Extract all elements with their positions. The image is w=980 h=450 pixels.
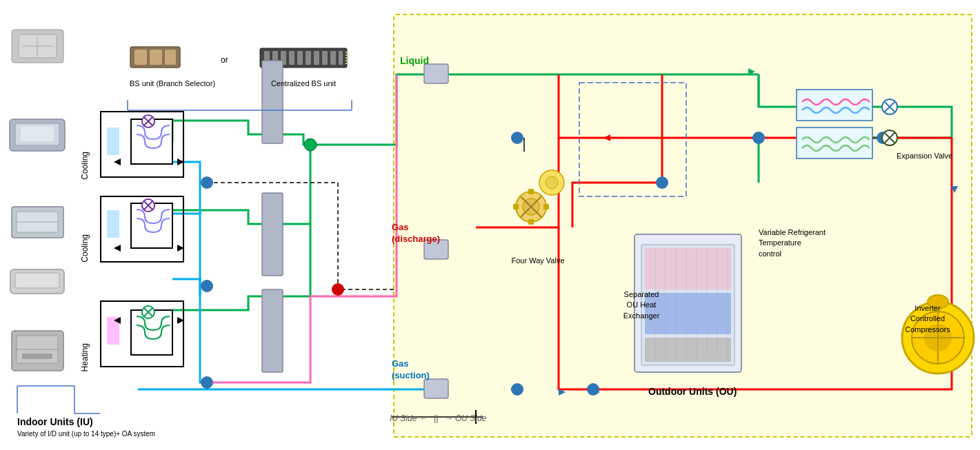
- svg-rect-47: [262, 289, 283, 372]
- liquid-label: Liquid: [400, 55, 429, 66]
- diagram-container: BS unit (Branch Selector) or Centralized…: [0, 0, 980, 450]
- svg-rect-39: [107, 210, 119, 238]
- svg-rect-93: [645, 338, 731, 362]
- cooling1-label: Cooling: [80, 152, 90, 180]
- gas-suction-label: Gas(suction): [392, 358, 430, 382]
- svg-point-61: [201, 280, 213, 292]
- svg-marker-112: [114, 158, 121, 165]
- svg-point-62: [201, 376, 213, 389]
- svg-point-88: [546, 176, 558, 189]
- heating-label: Heating: [80, 343, 90, 371]
- svg-rect-50: [424, 379, 448, 398]
- separator-text: ||: [434, 413, 441, 423]
- ou-side-text: → OU Side: [445, 413, 487, 423]
- svg-marker-114: [114, 245, 121, 252]
- separated-ou-label: SeparatedOU HeatExchanger: [607, 289, 676, 321]
- svg-rect-91: [645, 248, 731, 289]
- indoor-units-label: Indoor Units (IU): [17, 416, 93, 427]
- iu-ou-side-label: IU Side ← || → OU Side: [390, 413, 486, 423]
- svg-rect-45: [262, 61, 283, 143]
- svg-point-60: [201, 176, 213, 189]
- svg-rect-46: [262, 193, 283, 276]
- or-text: or: [221, 55, 228, 65]
- svg-rect-48: [424, 64, 448, 83]
- expansion-valve-label: Expansion Valve: [897, 152, 952, 160]
- variable-ref-label: Variable RefrigerantTemperaturecontrol: [759, 227, 826, 259]
- svg-rect-81: [528, 189, 534, 194]
- svg-point-64: [511, 132, 523, 144]
- svg-point-70: [332, 283, 344, 296]
- svg-rect-37: [107, 127, 119, 155]
- gas-discharge-label: Gas(discharge): [392, 222, 440, 245]
- variety-label: Variety of I/D unit (up to 14 type)+ OA …: [17, 430, 155, 438]
- four-way-valve-label: Four Way Valve: [507, 256, 569, 265]
- svg-rect-83: [513, 204, 519, 209]
- bs-unit-label: BS unit (Branch Selector): [128, 79, 217, 88]
- outdoor-units-label: Outdoor Units (OU): [648, 386, 737, 397]
- svg-point-63: [304, 139, 317, 151]
- cooling2-label: Cooling: [80, 234, 90, 263]
- svg-rect-120: [579, 83, 686, 196]
- svg-rect-82: [528, 219, 534, 225]
- iu-side-text: IU Side ←: [390, 413, 428, 423]
- svg-point-67: [656, 176, 668, 189]
- centralized-bs-label: Centralized BS unit: [255, 79, 352, 88]
- inverter-label: InverterControlledCompressors: [886, 303, 969, 335]
- svg-marker-110: [603, 134, 610, 141]
- main-diagram-svg: [0, 0, 980, 450]
- svg-rect-84: [543, 204, 549, 209]
- svg-point-68: [752, 132, 765, 144]
